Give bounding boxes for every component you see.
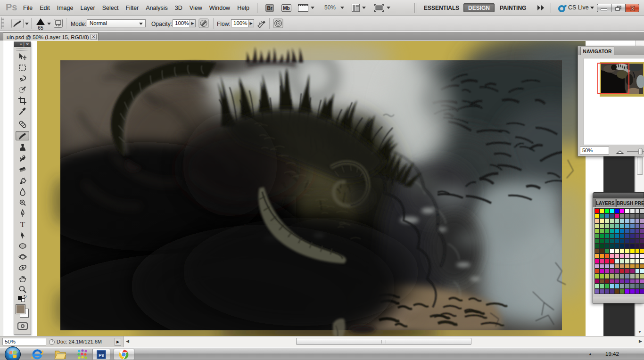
svg-text:T: T — [20, 220, 25, 229]
svg-text:X: X — [630, 5, 635, 12]
